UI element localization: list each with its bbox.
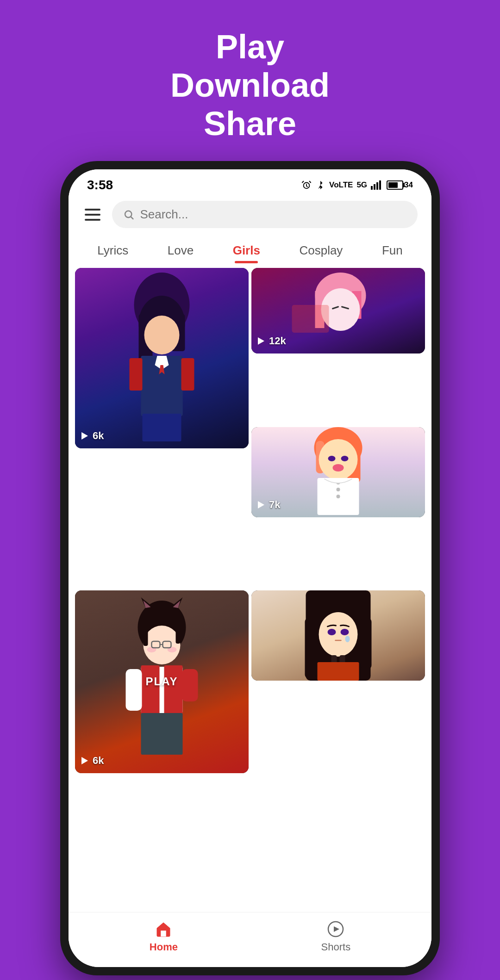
svg-rect-59 (361, 618, 372, 669)
tab-cosplay[interactable]: Cosplay (292, 240, 350, 261)
svg-rect-53 (126, 669, 142, 711)
battery-percent: 34 (404, 180, 413, 190)
5g-label: 5G (356, 180, 367, 190)
status-bar: 3:58 VoLTE 5G (69, 169, 431, 196)
home-icon (154, 920, 173, 938)
svg-point-35 (337, 495, 340, 498)
play-label-4: PLAY (146, 675, 178, 688)
phone-mockup: 3:58 VoLTE 5G (60, 161, 440, 975)
svg-rect-50 (141, 665, 160, 714)
battery-container: 34 (387, 180, 413, 190)
svg-point-30 (328, 456, 336, 461)
category-tabs: Lyrics Love Girls Cosplay Fun (69, 235, 431, 261)
battery-fill (388, 182, 398, 188)
svg-point-29 (333, 464, 344, 471)
phone-screen: 3:58 VoLTE 5G (69, 169, 431, 967)
svg-rect-66 (318, 662, 359, 681)
svg-rect-1 (371, 186, 373, 190)
play-triangle-2 (258, 337, 264, 345)
svg-rect-44 (144, 618, 148, 646)
content-grid: 6k (69, 261, 431, 912)
video-card-3[interactable]: 7k (251, 427, 425, 517)
svg-point-34 (337, 488, 340, 491)
network-label: VoLTE (329, 180, 353, 190)
nav-home[interactable]: Home (150, 920, 178, 953)
svg-point-62 (328, 629, 336, 635)
battery-tip (403, 183, 405, 187)
svg-rect-17 (143, 414, 181, 441)
svg-rect-16 (181, 358, 194, 391)
svg-rect-15 (130, 358, 143, 391)
svg-point-63 (341, 629, 349, 635)
svg-rect-3 (376, 182, 378, 190)
nav-shorts-label: Shorts (321, 941, 351, 953)
hamburger-line-2 (85, 214, 100, 216)
signal-icon (371, 180, 383, 190)
tab-love[interactable]: Love (160, 240, 201, 261)
svg-rect-24 (292, 305, 329, 333)
view-badge-2: 12k (258, 335, 286, 347)
svg-rect-51 (164, 665, 183, 714)
play-triangle-3 (258, 501, 264, 509)
battery-icon (387, 180, 403, 190)
svg-point-65 (345, 636, 350, 642)
play-triangle-4 (81, 757, 88, 764)
nav-shorts[interactable]: Shorts (321, 920, 351, 953)
app-header: Play Download Share (170, 28, 330, 143)
search-icon (123, 209, 134, 221)
svg-rect-45 (176, 618, 181, 644)
svg-rect-52 (141, 713, 183, 755)
video-card-5[interactable] (251, 590, 425, 681)
alarm-icon (301, 180, 312, 190)
bottom-nav: Home Shorts (69, 912, 431, 967)
hamburger-line-3 (85, 219, 100, 221)
nav-home-label: Home (150, 941, 178, 953)
tab-lyrics[interactable]: Lyrics (90, 240, 136, 261)
video-thumb-1 (75, 268, 249, 448)
hamburger-menu[interactable] (82, 206, 103, 223)
search-input[interactable] (140, 207, 406, 222)
video-card-2[interactable]: 12k (251, 268, 425, 354)
svg-rect-54 (182, 669, 198, 701)
svg-point-28 (319, 439, 358, 480)
title-line-3: Share (204, 105, 296, 142)
view-badge-4: 6k (81, 755, 104, 767)
video-card-1[interactable]: 6k (75, 268, 249, 448)
status-icons: VoLTE 5G 34 (301, 180, 413, 190)
svg-rect-58 (305, 618, 316, 678)
video-thumb-5 (251, 590, 425, 681)
view-badge-3: 7k (258, 499, 280, 511)
top-bar (69, 196, 431, 235)
svg-point-10 (144, 316, 180, 354)
video-card-4[interactable]: PLAY 6k (75, 590, 249, 773)
svg-point-31 (341, 456, 349, 461)
view-badge-1: 6k (81, 430, 104, 442)
status-time: 3:58 (87, 178, 113, 192)
title-line-1: Play (216, 28, 284, 65)
svg-point-57 (319, 612, 358, 657)
hamburger-line-1 (85, 209, 100, 211)
character-svg-1 (75, 268, 249, 448)
title-line-2: Download (170, 67, 330, 104)
svg-rect-4 (379, 180, 381, 190)
tab-fun[interactable]: Fun (375, 240, 410, 261)
bluetooth-icon (315, 180, 325, 190)
shorts-icon (326, 920, 345, 938)
character-svg-5 (251, 590, 425, 681)
svg-rect-2 (374, 184, 375, 190)
play-triangle-1 (81, 432, 88, 440)
tab-girls[interactable]: Girls (225, 240, 268, 261)
search-bar[interactable] (112, 201, 418, 228)
